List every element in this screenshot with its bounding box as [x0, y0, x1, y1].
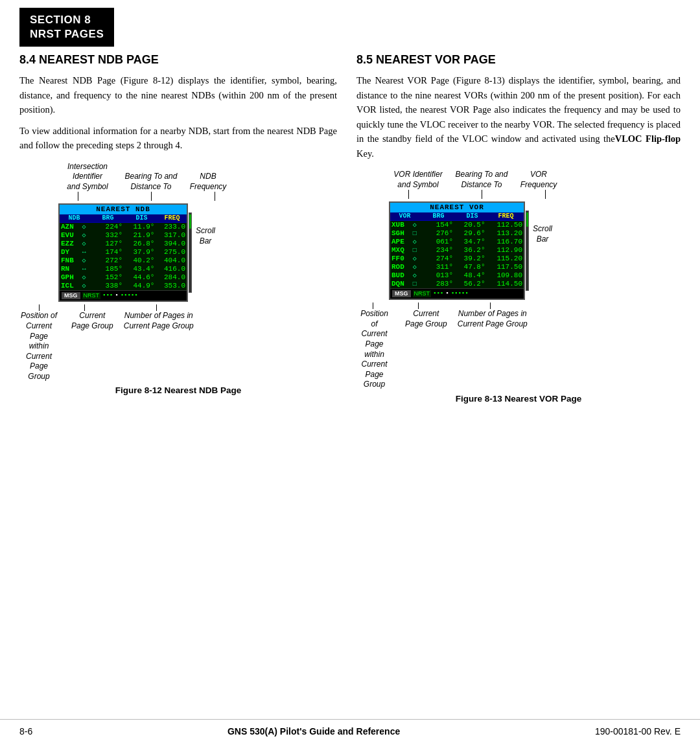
ann-bearing-dist: Bearing To andDistance To	[122, 172, 180, 201]
ndb-row-1: EVU ◇ 332° 21.9° 317.0	[60, 231, 187, 240]
ndb-para1: The Nearest NDB Page (Figure 8-12) displ…	[19, 73, 337, 117]
vor-row-7: DQN □ 283° 56.2° 114.50	[390, 280, 524, 288]
vor-row-1: SGH □ 276° 29.6° 113.20	[390, 229, 524, 238]
vor-header-row: VOR BRG DIS FREQ	[390, 212, 524, 221]
vor-figure-caption: Figure 8-13 Nearest VOR Page	[356, 394, 681, 404]
ann-vor-id: VOR Identifierand Symbol	[389, 170, 447, 199]
vor-scroll-thumb	[526, 212, 528, 227]
vor-top-annotations: VOR Identifierand Symbol Bearing To andD…	[389, 170, 681, 199]
ndb-para2: To view additional information for a nea…	[19, 124, 337, 153]
ndb-col-ndb: NDB	[60, 214, 89, 222]
ann-vor-bearing: Bearing To andDistance To	[452, 170, 511, 199]
vor-section-heading: 8.5 NEAREST VOR PAGE	[356, 53, 681, 67]
ndb-row-5: RN ↔ 185° 43.4° 416.0	[60, 265, 187, 273]
vor-screen-row: NEAREST VOR VOR BRG DIS FREQ XUB ◇	[356, 201, 681, 300]
right-column: 8.5 NEAREST VOR PAGE The Nearest VOR Pag…	[350, 53, 681, 410]
ndb-figure-container: Intersection Identifierand Symbol Bearin…	[19, 162, 337, 396]
vor-col-vor: VOR	[390, 212, 419, 220]
ndb-header-row: NDB BRG DIS FREQ	[60, 214, 187, 223]
vor-status-bar: MSG NRST ▪▪▪ ▪ ▪▪▪▪▪	[390, 288, 524, 299]
ndb-scroll-bar	[189, 212, 192, 293]
vor-figure-container: VOR Identifierand Symbol Bearing To andD…	[356, 170, 681, 404]
vor-row-2: APE ◇ 061° 34.7° 116.70	[390, 238, 524, 246]
ndb-top-annotations: Intersection Identifierand Symbol Bearin…	[58, 162, 337, 201]
ndb-row-6: GPH ◇ 152° 44.6° 284.0	[60, 273, 187, 282]
ndb-figure-caption: Figure 8-12 Nearest NDB Page	[19, 385, 337, 395]
footer-title: GNS 530(A) Pilot's Guide and Reference	[228, 726, 400, 737]
vor-row-5: ROD ◇ 311° 47.8° 117.50	[390, 263, 524, 271]
vor-col-dis: DIS	[456, 212, 488, 220]
ndb-bottom-annotations: Position ofCurrent Pagewithin CurrentPag…	[19, 304, 337, 382]
vor-para1: The Nearest VOR Page (Figure 8-13) displ…	[356, 73, 681, 161]
ann-ndb-freq: NDBFrequency	[185, 172, 231, 201]
ndb-col-dis: DIS	[126, 214, 158, 222]
section-header: SECTION 8 NRST PAGES	[19, 8, 114, 47]
vor-scroll-bar	[526, 211, 529, 291]
vor-bottom-annotations: Position ofCurrent Pagewithin CurrentPag…	[356, 303, 681, 390]
ndb-row-0: AZN ◇ 224° 11.9° 233.0	[60, 223, 187, 231]
footer-page-num: 8-6	[19, 726, 32, 737]
ann-vor-position: Position ofCurrent Pagewithin CurrentPag…	[356, 303, 392, 390]
ndb-screen-title: NEAREST NDB	[60, 205, 187, 214]
ann-vor-current-pg: CurrentPage Group	[405, 303, 447, 329]
ndb-row-7: ICL ◇ 338° 44.9° 353.0	[60, 282, 187, 290]
ann-position-current-page: Position ofCurrent Pagewithin CurrentPag…	[19, 304, 58, 382]
left-column: 8.4 NEAREST NDB PAGE The Nearest NDB Pag…	[19, 53, 350, 410]
ndb-row-3: DY ↔ 174° 37.9° 275.0	[60, 248, 187, 257]
vor-row-3: MXQ □ 234° 36.2° 112.90	[390, 246, 524, 255]
section-label: SECTION 8 NRST PAGES	[30, 13, 104, 41]
vor-screen-title: NEAREST VOR	[390, 203, 524, 212]
ann-intersection-id: Intersection Identifierand Symbol	[58, 162, 117, 201]
ann-current-pg-group: CurrentPage Group	[71, 304, 113, 331]
ndb-screen-row: NEAREST NDB NDB BRG DIS FREQ AZN ◇	[19, 203, 337, 302]
vor-row-0: XUB ◇ 154° 20.5° 112.50	[390, 221, 524, 229]
vor-screen-display: NEAREST VOR VOR BRG DIS FREQ XUB ◇	[389, 201, 525, 300]
vor-col-freq: FREQ	[488, 212, 524, 220]
ndb-row-4: FNB ◇ 272° 40.2° 404.0	[60, 257, 187, 265]
ndb-status-bar: MSG NRST ▪▪▪ ▪ ▪▪▪▪▪	[60, 290, 187, 301]
ndb-gps-screen: NEAREST NDB NDB BRG DIS FREQ AZN ◇	[58, 203, 188, 302]
vor-scroll-ann: ScrollBar	[533, 224, 552, 244]
ndb-screen-display: NEAREST NDB NDB BRG DIS FREQ AZN ◇	[58, 203, 188, 302]
ndb-scroll-ann: ScrollBar	[196, 226, 215, 246]
ndb-col-brg: BRG	[90, 214, 126, 222]
ann-vor-num-pages: Number of Pages inCurrent Page Group	[458, 303, 528, 329]
ndb-col-freq: FREQ	[158, 214, 187, 222]
vor-gps-screen: NEAREST VOR VOR BRG DIS FREQ XUB ◇	[389, 201, 525, 300]
ndb-row-2: EZZ ◇ 127° 26.8° 394.0	[60, 240, 187, 248]
vor-row-4: FF0 ◇ 274° 39.2° 115.20	[390, 255, 524, 263]
ndb-section-heading: 8.4 NEAREST NDB PAGE	[19, 53, 337, 67]
ndb-scroll-thumb	[189, 214, 191, 229]
footer-doc-num: 190-00181-00 Rev. E	[595, 726, 681, 737]
vor-row-6: BUD ◇ 013° 48.4° 109.80	[390, 271, 524, 280]
ann-vor-freq: VORFrequency	[516, 170, 561, 199]
page-body: 8.4 NEAREST NDB PAGE The Nearest NDB Pag…	[0, 47, 700, 429]
ann-num-pages: Number of Pages inCurrent Page Group	[124, 304, 194, 331]
page-footer: 8-6 GNS 530(A) Pilot's Guide and Referen…	[0, 719, 700, 743]
vor-col-brg: BRG	[421, 212, 456, 220]
